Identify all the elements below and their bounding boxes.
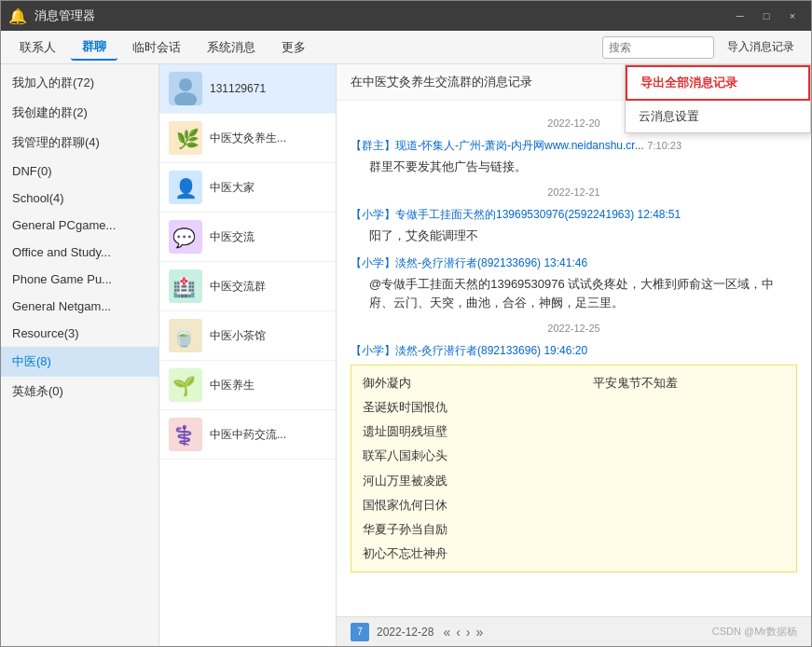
nav-prev[interactable]: ‹: [454, 625, 462, 640]
group-name-zhongyao: 中医中药交流...: [210, 427, 286, 443]
sidebar-item-general-pcgame[interactable]: General PCgame...: [1, 212, 158, 239]
import-button[interactable]: 导入消息记录: [718, 36, 804, 58]
message-body-2: 阳了，艾灸能调理不: [351, 227, 797, 246]
poem-line-3: 遗址圆明残垣壁: [363, 421, 556, 442]
sidebar-item-school[interactable]: School(4): [1, 185, 158, 212]
group-item-zhongyi-aijiu[interactable]: 🌿 中医艾灸养生...: [159, 114, 336, 163]
poem-line-5b: [593, 471, 786, 491]
poem-line-4: 联军八国刺心头: [363, 446, 556, 466]
message-block-4: 【小学】淡然-灸疗潜行者(892133696) 19:46:20 御外凝内 平安…: [351, 343, 797, 572]
main-window: 🔔 消息管理器 ─ □ × 联系人 群聊 临时会话 系统消息 更多 导入消息记录…: [0, 0, 812, 647]
poem-line-5: 河山万里被凌践: [363, 471, 556, 491]
close-button[interactable]: ×: [781, 7, 804, 25]
message-header-2: 【小学】专做手工挂面天然的13969530976(2592241963) 12:…: [351, 207, 797, 223]
tab-more[interactable]: 更多: [270, 35, 317, 60]
sidebar-item-joined[interactable]: 我加入的群(72): [1, 68, 158, 98]
sidebar-item-office[interactable]: Office and Study...: [1, 239, 158, 266]
group-name-yangsheng: 中医养生: [210, 378, 255, 393]
content-title: 在中医艾灸养生交流群的消息记录: [351, 75, 532, 89]
group-item-zhongyi-chaguan[interactable]: 🍵 中医小茶馆: [159, 311, 336, 361]
date-divider-2: 2022-12-21: [351, 186, 797, 198]
nav-next[interactable]: ›: [464, 625, 473, 640]
group-avatar-zhongyao: ⚕️: [169, 418, 202, 451]
group-name-aijiu: 中医艾灸养生...: [210, 131, 286, 146]
message-header-4: 【小学】淡然-灸疗潜行者(892133696) 19:46:20: [351, 343, 797, 359]
bell-icon: 🔔: [8, 7, 27, 25]
poem-grid: 御外凝内 平安鬼节不知羞 圣诞妖时国恨仇 遗址圆明残垣壁 联军八国刺心头 河山万…: [363, 373, 785, 564]
poem-line-7b: [593, 519, 786, 540]
dropdown-item-cloud[interactable]: 云消息设置: [626, 101, 810, 132]
group-name-jiaoliuqun: 中医交流群: [210, 279, 266, 295]
group-avatar-aijiu: 🌿: [169, 121, 202, 155]
sender-role-2: 【小学】专做手工挂面天然的13969530976(2592241963) 12:…: [351, 208, 681, 221]
svg-text:💬: 💬: [172, 227, 196, 249]
svg-text:🍵: 🍵: [172, 325, 196, 348]
sender-role-3: 【小学】淡然-灸疗潜行者(892133696) 13:41:46: [351, 256, 587, 269]
tab-group-chat[interactable]: 群聊: [71, 34, 117, 61]
group-item-131129671[interactable]: 131129671: [159, 64, 336, 114]
group-item-zhongyi-jiaoliu[interactable]: 💬 中医交流: [159, 213, 336, 262]
sender-role-1: 【群主】现道-怀集人-广州-萧岗-内丹网www.neidanshu.cr...: [351, 139, 644, 152]
chat-messages: 2022-12-20 【群主】现道-怀集人-广州-萧岗-内丹网www.neida…: [337, 101, 811, 616]
group-item-zhongyi-zhongyao[interactable]: ⚕️ 中医中药交流...: [159, 410, 336, 460]
poem-line-2b: [593, 397, 786, 418]
message-block-2: 【小学】专做手工挂面天然的13969530976(2592241963) 12:…: [351, 207, 797, 246]
group-item-zhongyi-yangsheng[interactable]: 🌱 中医养生: [159, 361, 336, 410]
group-item-zhongyi-jiaoliuqun[interactable]: 🏥 中医交流群: [159, 262, 336, 311]
main-area: 我加入的群(72) 我创建的群(2) 我管理的群聊(4) DNF(0) Scho…: [1, 64, 811, 646]
dropdown-menu: 导出全部消息记录 云消息设置: [625, 64, 811, 133]
group-name-chaguan: 中医小茶馆: [210, 328, 266, 344]
poem-line-1b: 平安鬼节不知羞: [593, 373, 786, 393]
tab-system-msg[interactable]: 系统消息: [196, 35, 267, 60]
group-avatar-jiaoliu: 💬: [169, 220, 202, 254]
window-title: 消息管理器: [34, 7, 729, 24]
svg-text:🌿: 🌿: [176, 128, 200, 150]
svg-text:🏥: 🏥: [172, 276, 196, 298]
poem-block: 御外凝内 平安鬼节不知羞 圣诞妖时国恨仇 遗址圆明残垣壁 联军八国刺心头 河山万…: [351, 365, 797, 572]
sidebar-item-created[interactable]: 我创建的群(2): [1, 98, 158, 128]
group-name-131129671: 131129671: [210, 82, 266, 95]
search-input[interactable]: [602, 36, 714, 59]
tab-contacts[interactable]: 联系人: [8, 35, 67, 60]
poem-line-4b: [593, 446, 786, 466]
nav-first[interactable]: «: [441, 625, 452, 640]
sidebar-item-managed[interactable]: 我管理的群聊(4): [1, 128, 158, 158]
message-header-1: 【群主】现道-怀集人-广州-萧岗-内丹网www.neidanshu.cr... …: [351, 138, 797, 154]
date-divider-3: 2022-12-25: [351, 323, 797, 334]
svg-point-1: [179, 78, 192, 91]
message-header-3: 【小学】淡然-灸疗潜行者(892133696) 13:41:46: [351, 255, 797, 271]
group-item-zhongyi-dajia[interactable]: 👤 中医大家: [159, 163, 336, 213]
sidebar-item-general-netgame[interactable]: General Netgam...: [1, 293, 158, 320]
sidebar-item-resource[interactable]: Resource(3): [1, 320, 158, 347]
group-name-dajia: 中医大家: [210, 180, 255, 196]
group-avatar-131129671: [169, 72, 202, 105]
sidebar-item-phone-game[interactable]: Phone Game Pu...: [1, 266, 158, 293]
watermark: CSDN @Mr数据杨: [712, 625, 797, 639]
message-block-3: 【小学】淡然-灸疗潜行者(892133696) 13:41:46 @专做手工挂面…: [351, 255, 797, 314]
msg-time-1: 7:10:23: [647, 140, 681, 151]
group-name-jiaoliu: 中医交流: [210, 229, 255, 245]
poem-line-8b: [593, 544, 786, 564]
calendar-icon: 7: [351, 623, 369, 641]
content-area: 在中医艾灸养生交流群的消息记录 2022-12-20 【群主】现道-怀集人-广州…: [337, 64, 811, 646]
nav-last[interactable]: »: [475, 625, 486, 640]
svg-text:⚕️: ⚕️: [172, 424, 196, 447]
poem-line-3b: [593, 421, 786, 442]
sidebar: 我加入的群(72) 我创建的群(2) 我管理的群聊(4) DNF(0) Scho…: [1, 64, 159, 646]
sidebar-item-dnf[interactable]: DNF(0): [1, 158, 158, 185]
dropdown-item-export[interactable]: 导出全部消息记录: [626, 65, 810, 101]
nav-bar: 联系人 群聊 临时会话 系统消息 更多 导入消息记录: [1, 31, 811, 64]
minimize-button[interactable]: ─: [729, 7, 751, 25]
tab-temp-chat[interactable]: 临时会话: [121, 35, 192, 60]
group-avatar-yangsheng: 🌱: [169, 368, 202, 402]
sidebar-item-yingxiongsha[interactable]: 英雄杀(0): [1, 377, 158, 406]
group-avatar-jiaoliuqun: 🏥: [169, 269, 202, 303]
sidebar-item-zhongyi[interactable]: 中医(8): [1, 347, 158, 377]
group-avatar-dajia: 👤: [169, 171, 202, 204]
group-list: 131129671 🌿 中医艾灸养生... 👤 中医大家 💬 中医交流: [159, 64, 337, 646]
poem-line-1a: 御外凝内: [363, 373, 556, 393]
maximize-button[interactable]: □: [755, 7, 778, 25]
svg-text:👤: 👤: [174, 177, 198, 200]
group-avatar-chaguan: 🍵: [169, 319, 202, 352]
message-block-1: 【群主】现道-怀集人-广州-萧岗-内丹网www.neidanshu.cr... …: [351, 138, 797, 177]
